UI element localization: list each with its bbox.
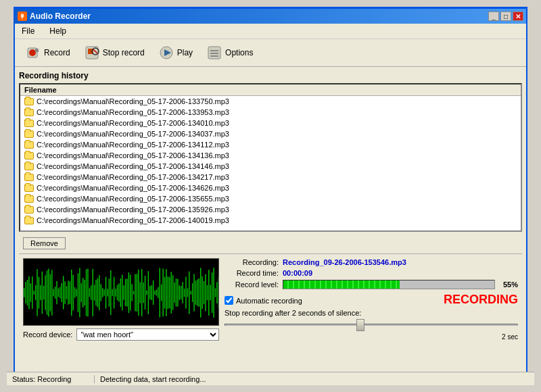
svg-rect-80 <box>132 284 133 301</box>
auto-recording-label: Automatic recording <box>236 297 302 305</box>
file-list-item[interactable]: C:\recordings\Manual\Recording_05-17-200… <box>20 204 521 215</box>
svg-rect-70 <box>115 289 116 297</box>
svg-point-1 <box>29 49 36 56</box>
svg-rect-110 <box>181 286 181 299</box>
device-select[interactable]: "wat men hoort" <box>76 328 219 341</box>
svg-rect-61 <box>101 285 101 301</box>
svg-rect-41 <box>68 280 68 304</box>
svg-rect-29 <box>48 269 49 317</box>
file-list-item[interactable]: C:\recordings\Manual\Recording_05-17-200… <box>20 139 521 150</box>
svg-rect-22 <box>37 269 37 316</box>
file-list-item[interactable]: C:\recordings\Manual\Recording_05-17-200… <box>20 172 521 182</box>
svg-rect-45 <box>74 287 75 298</box>
file-name: C:\recordings\Manual\Recording_05-17-200… <box>37 162 229 170</box>
title-controls: _ □ ✕ <box>488 11 523 21</box>
folder-icon <box>24 185 34 192</box>
bottom-section: Record device: "wat men hoort" Recording… <box>19 253 522 345</box>
silence-slider-thumb[interactable] <box>356 319 364 331</box>
svg-rect-122 <box>200 268 201 317</box>
file-list-item[interactable]: C:\recordings\Manual\Recording_05-17-200… <box>20 150 521 161</box>
folder-icon <box>24 217 34 224</box>
svg-rect-79 <box>130 275 131 311</box>
file-list-item[interactable]: C:\recordings\Manual\Recording_05-17-200… <box>20 128 521 139</box>
status-bar: Status: Recording Detecting data, start … <box>7 372 534 385</box>
svg-rect-28 <box>47 270 47 315</box>
svg-rect-17 <box>28 276 29 309</box>
file-list[interactable]: Filename C:\recordings\Manual\Recording_… <box>19 83 522 232</box>
file-list-item[interactable]: C:\recordings\Manual\Recording_05-17-200… <box>20 193 521 204</box>
record-time-row: Record time: 00:00:09 <box>225 269 518 277</box>
menu-file[interactable]: File <box>18 25 39 37</box>
svg-rect-33 <box>55 287 55 299</box>
record-button[interactable]: Record <box>19 42 76 64</box>
file-name: C:\recordings\Manual\Recording_05-17-200… <box>37 173 229 181</box>
file-list-item[interactable]: C:\recordings\Manual\Recording_05-17-200… <box>20 215 521 226</box>
file-name: C:\recordings\Manual\Recording_05-17-200… <box>37 205 229 214</box>
svg-rect-72 <box>118 284 119 302</box>
record-level-bar <box>283 280 495 289</box>
svg-rect-44 <box>73 275 74 310</box>
svg-rect-63 <box>103 289 104 295</box>
svg-rect-51 <box>84 280 85 305</box>
silence-label: Stop recording after 2 seconds of silenc… <box>225 309 361 317</box>
svg-rect-39 <box>64 281 65 304</box>
file-list-item[interactable]: C:\recordings\Manual\Recording_05-17-200… <box>20 118 521 128</box>
menu-help[interactable]: Help <box>45 25 70 37</box>
svg-rect-57 <box>94 285 95 300</box>
svg-rect-24 <box>40 285 41 300</box>
svg-rect-97 <box>160 268 160 317</box>
svg-rect-81 <box>133 291 134 294</box>
record-level-label: Record level: <box>225 280 279 289</box>
options-button[interactable]: Options <box>200 42 259 64</box>
svg-rect-71 <box>117 285 118 301</box>
silence-value: 2 sec <box>502 333 518 341</box>
record-label: Record <box>44 48 70 57</box>
svg-rect-117 <box>192 283 193 302</box>
info-area: Recording: Recording_09-26-2006-153546.m… <box>225 258 518 341</box>
auto-recording-checkbox[interactable] <box>225 296 233 305</box>
svg-rect-34 <box>56 281 57 304</box>
svg-rect-58 <box>95 280 96 305</box>
svg-rect-55 <box>91 285 91 300</box>
file-name: C:\recordings\Manual\Recording_05-17-200… <box>37 195 229 203</box>
recording-value: Recording_09-26-2006-153546.mp3 <box>283 258 406 266</box>
svg-rect-101 <box>166 269 166 316</box>
file-list-item[interactable]: C:\recordings\Manual\Recording_05-17-200… <box>20 161 521 172</box>
recording-name-row: Recording: Recording_09-26-2006-153546.m… <box>225 258 518 266</box>
svg-rect-69 <box>114 277 114 309</box>
svg-rect-11 <box>210 53 218 54</box>
svg-rect-116 <box>191 291 191 295</box>
stop-record-button[interactable]: Stop record <box>78 42 151 64</box>
svg-rect-52 <box>86 269 87 316</box>
play-button[interactable]: Play <box>152 42 199 64</box>
minimize-button[interactable]: _ <box>488 11 499 21</box>
svg-rect-12 <box>210 55 218 57</box>
file-name: C:\recordings\Manual\Recording_05-17-200… <box>37 216 229 224</box>
svg-rect-62 <box>102 288 103 297</box>
svg-rect-27 <box>45 275 45 310</box>
svg-rect-49 <box>81 283 82 302</box>
file-list-item[interactable]: C:\recordings\Manual\Recording_05-17-200… <box>20 107 521 118</box>
content-area: Recording history Filename C:\recordings… <box>15 67 526 349</box>
maximize-button[interactable]: □ <box>500 11 511 21</box>
folder-icon <box>24 174 34 181</box>
svg-rect-48 <box>79 268 80 318</box>
remove-button[interactable]: Remove <box>23 237 66 249</box>
svg-rect-125 <box>205 274 206 312</box>
app-icon: 🎙 <box>18 11 27 21</box>
record-icon <box>25 45 41 61</box>
remove-area: Remove <box>19 235 522 252</box>
close-button[interactable]: ✕ <box>513 11 523 21</box>
file-list-item[interactable]: C:\recordings\Manual\Recording_05-17-200… <box>20 96 521 107</box>
svg-rect-114 <box>187 289 188 297</box>
svg-rect-108 <box>177 279 178 307</box>
svg-rect-10 <box>210 50 218 51</box>
svg-rect-82 <box>135 274 135 312</box>
record-time-label: Record time: <box>225 269 279 277</box>
svg-rect-56 <box>93 269 93 316</box>
file-list-item[interactable]: C:\recordings\Manual\Recording_05-17-200… <box>20 182 521 193</box>
silence-row: Stop recording after 2 seconds of silenc… <box>225 309 518 341</box>
svg-rect-36 <box>60 287 60 299</box>
checkbox-row: Automatic recording <box>225 296 302 305</box>
svg-rect-99 <box>162 268 163 316</box>
